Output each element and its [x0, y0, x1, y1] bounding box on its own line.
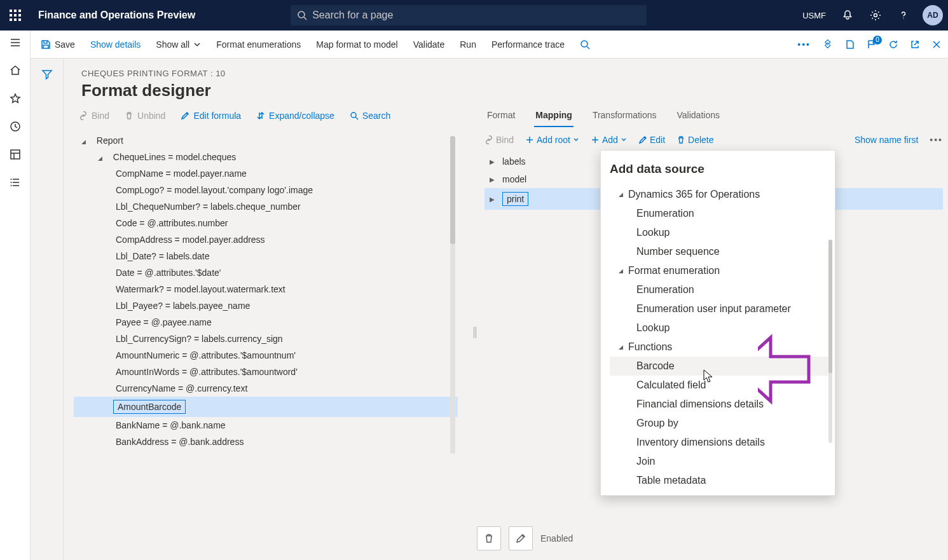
tree-node[interactable]: BankAddress = @.bank.address — [74, 434, 458, 450]
add-root-button[interactable]: Add root — [525, 135, 579, 145]
add-button[interactable]: Add — [591, 135, 627, 145]
popup-item[interactable]: Join — [610, 452, 832, 471]
popup-item[interactable]: Enumeration — [610, 280, 832, 299]
search-input[interactable]: Search for a page — [291, 5, 647, 25]
scrollbar-thumb[interactable] — [828, 240, 832, 373]
map-format-button[interactable]: Map format to model — [316, 39, 397, 50]
splitter[interactable] — [471, 104, 479, 560]
tree-node[interactable]: Lbl_Date? = labels.date — [74, 248, 458, 264]
popup-item[interactable]: Financial dimensions details — [610, 395, 832, 414]
avatar[interactable]: AD — [923, 5, 943, 25]
tab-transformations[interactable]: Transformations — [591, 104, 658, 127]
tree-node[interactable]: Payee = @.payee.name — [74, 314, 458, 331]
show-details-button[interactable]: Show details — [90, 39, 141, 50]
nav-favorites[interactable] — [10, 93, 21, 107]
popup-group-functions[interactable]: ◢Functions — [610, 338, 832, 357]
gear-icon — [870, 10, 881, 21]
close-button[interactable] — [931, 39, 942, 50]
show-all-button[interactable]: Show all — [156, 39, 201, 50]
nav-workspaces[interactable] — [10, 149, 21, 163]
bind-button[interactable]: Bind — [79, 111, 109, 121]
nav-home[interactable] — [10, 65, 21, 79]
popup-scrollbar[interactable] — [828, 240, 832, 443]
find-button[interactable] — [580, 39, 590, 50]
tab-validations[interactable]: Validations — [676, 104, 721, 127]
popup-item[interactable]: Table metadata — [610, 471, 832, 490]
popup-item[interactable]: Lookup — [610, 223, 832, 242]
nav-recent[interactable] — [10, 121, 21, 135]
tree-node[interactable]: Watermark? = model.layout.watermark.text — [74, 281, 458, 297]
status-delete-button[interactable] — [477, 526, 501, 550]
right-more-button[interactable]: ••• — [930, 135, 943, 145]
tree-node[interactable]: AmountNumeric = @.attributes.'$amountnum… — [74, 347, 458, 364]
tree-node-report[interactable]: Report — [74, 132, 458, 149]
nav-menu-button[interactable] — [10, 37, 21, 51]
tree-node[interactable]: BankName = @.bank.name — [74, 417, 458, 434]
tree-node[interactable]: CompAddress = model.payer.address — [74, 231, 458, 248]
tree-node[interactable]: CompName = model.payer.name — [74, 165, 458, 182]
chevron-right-icon: ▶ — [490, 158, 495, 165]
popup-item[interactable]: Number sequence — [610, 242, 832, 261]
help-icon — [898, 10, 909, 21]
tree-node[interactable]: CompLogo? = model.layout.'company logo'.… — [74, 182, 458, 198]
popup-item[interactable]: Calculated field — [610, 376, 832, 395]
popup-item[interactable]: Lookup — [610, 318, 832, 338]
diamond-icon — [822, 39, 834, 50]
company-code[interactable]: USMF — [795, 11, 834, 20]
help-button[interactable] — [890, 0, 917, 31]
tree-node[interactable]: AmountInWords = @.attributes.'$amountwor… — [74, 364, 458, 380]
tree-search-button[interactable]: Search — [350, 111, 390, 121]
svg-line-10 — [587, 46, 589, 49]
edit-button[interactable]: Edit — [638, 135, 665, 145]
chevron-down-icon — [621, 137, 627, 143]
show-name-first-button[interactable]: Show name first — [855, 135, 918, 145]
popup-item[interactable]: Enumeration user input parameter — [610, 299, 832, 318]
app-launcher[interactable] — [0, 0, 31, 31]
pencil-icon — [181, 111, 189, 120]
office-button[interactable] — [845, 39, 855, 50]
tree-node[interactable]: Lbl_Payee? = labels.payee_name — [74, 297, 458, 314]
tree-node[interactable]: CurrencyName = @.currency.text — [74, 380, 458, 397]
performance-trace-button[interactable]: Performance trace — [491, 39, 565, 50]
tree-node[interactable]: Lbl_CurrencySign? = labels.currency_sign — [74, 331, 458, 347]
save-button[interactable]: Save — [41, 39, 75, 50]
settings-button[interactable] — [862, 0, 890, 31]
tab-format[interactable]: Format — [486, 104, 516, 127]
popup-item[interactable]: Inventory dimensions details — [610, 433, 832, 452]
svg-rect-5 — [11, 150, 20, 159]
filter-button[interactable] — [41, 69, 53, 560]
popup-item[interactable]: Group by — [610, 414, 832, 433]
notifications-button[interactable] — [834, 0, 862, 31]
nav-modules[interactable] — [10, 177, 21, 191]
svg-line-1 — [304, 17, 306, 20]
messages-button[interactable] — [867, 39, 877, 50]
popup-item[interactable]: Enumeration — [610, 204, 832, 223]
status-label: Enabled — [540, 533, 573, 543]
status-edit-button[interactable] — [509, 526, 533, 550]
popup-group-format-enum[interactable]: ◢Format enumeration — [610, 261, 832, 280]
chevron-right-icon: ▶ — [490, 196, 495, 203]
scrollbar-thumb[interactable] — [450, 136, 455, 244]
expand-collapse-button[interactable]: Expand/collapse — [256, 111, 334, 121]
validate-button[interactable]: Validate — [413, 39, 445, 50]
app-title: Finance and Operations Preview — [31, 10, 195, 21]
attachments-button[interactable] — [822, 39, 834, 50]
tab-mapping[interactable]: Mapping — [534, 104, 574, 127]
right-bind-button[interactable]: Bind — [484, 135, 514, 145]
tree-node[interactable]: Lbl_ChequeNumber? = labels.cheque_number — [74, 198, 458, 215]
unbind-button[interactable]: Unbind — [125, 111, 165, 121]
format-enumerations-button[interactable]: Format enumerations — [216, 39, 301, 50]
edit-formula-button[interactable]: Edit formula — [181, 111, 241, 121]
delete-button[interactable]: Delete — [677, 135, 713, 145]
tree-node-selected[interactable]: AmountBarcode — [74, 397, 458, 417]
tree-node[interactable]: Date = @.attributes.'$date' — [74, 264, 458, 281]
scrollbar[interactable] — [450, 136, 455, 454]
popout-button[interactable] — [910, 39, 920, 50]
tree-node[interactable]: Code = @.attributes.number — [74, 215, 458, 231]
refresh-button[interactable] — [888, 39, 898, 50]
tree-node-chequelines[interactable]: ChequeLines = model.cheques — [74, 149, 458, 165]
run-button[interactable]: Run — [460, 39, 476, 50]
popup-group-d365[interactable]: ◢Dynamics 365 for Operations — [610, 185, 832, 204]
popup-item-barcode[interactable]: Barcode — [610, 357, 832, 376]
more-button[interactable]: ••• — [797, 39, 811, 50]
